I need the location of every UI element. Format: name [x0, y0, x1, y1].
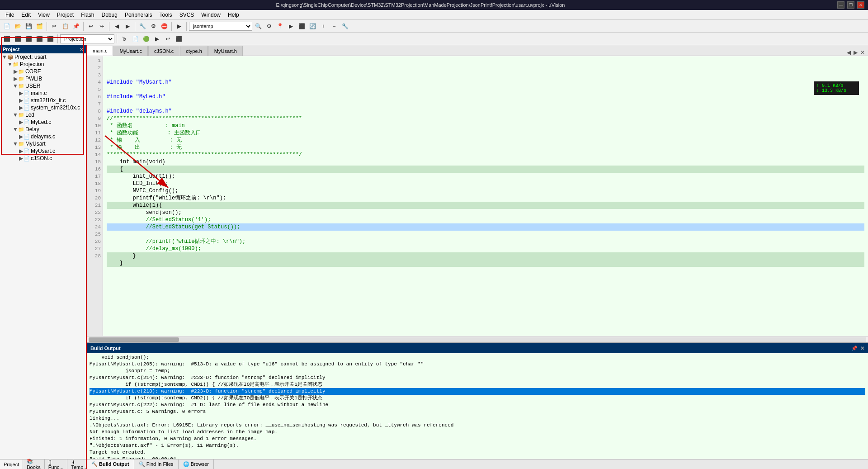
t2-btn6[interactable]: 🖱 [119, 34, 129, 44]
t2-btn5[interactable]: ⬛ [45, 34, 55, 44]
paste-button[interactable]: 📌 [71, 21, 81, 31]
t2-btn9[interactable]: ▶ [152, 34, 162, 44]
code-line-26[interactable]: } [107, 252, 864, 260]
sidebar-tab-func[interactable]: {} Func... [45, 460, 68, 469]
tab-scroll-left-button[interactable]: ◀ [845, 49, 852, 56]
menu-item-view[interactable]: View [34, 11, 53, 19]
menu-item-debug[interactable]: Debug [98, 11, 121, 19]
rebuild-button[interactable]: ⚙ [148, 21, 158, 31]
undo-button[interactable]: ↩ [86, 21, 96, 31]
code-line-2[interactable]: #include "MyUsart.h" [107, 79, 864, 86]
tree-myled[interactable]: ▶ 📄 MyLed.c [0, 118, 86, 126]
code-editor[interactable]: 1234567891011121314151617181920212223242… [87, 56, 868, 336]
build-output-content[interactable]: void sendjson();MyUsart\MyUsart.c(205): … [87, 353, 868, 459]
menu-item-peripherals[interactable]: Peripherals [121, 11, 156, 19]
file-tab-main-c[interactable]: main.c [87, 46, 113, 56]
menu-item-svcs[interactable]: SVCS [176, 11, 198, 19]
file-tab-ctype-h[interactable]: ctype.h [180, 46, 208, 56]
menu-item-window[interactable]: Window [198, 11, 224, 19]
t2-btn10[interactable]: ↩ [163, 34, 173, 44]
code-line-7[interactable]: //**************************************… [107, 115, 864, 122]
code-line-13[interactable]: int main(void) [107, 158, 864, 166]
editor-horizontal-scrollbar[interactable] [87, 336, 868, 342]
bottom-tab-browser[interactable]: 🌐 Browser [179, 460, 214, 469]
sidebar-close-icon[interactable]: ✕ [80, 47, 83, 52]
build-button[interactable]: 🔧 [137, 21, 147, 31]
code-line-14[interactable]: { [107, 166, 864, 173]
file-tab-myusart-h[interactable]: MyUsart.h [208, 46, 243, 56]
code-line-17[interactable]: NVIC_Config(); [107, 187, 864, 194]
t2-btn8[interactable]: 🟢 [141, 34, 151, 44]
code-line-18[interactable]: printf("while循环之前: \r\n"); [107, 194, 864, 202]
code-line-21[interactable]: //SetLedStatus('1'); [107, 216, 864, 223]
file-tab-myusart-c[interactable]: MyUsart.c [113, 46, 148, 56]
tree-core[interactable]: ▶ 📁 CORE [0, 68, 86, 75]
open-button[interactable]: 📂 [13, 21, 23, 31]
tree-user[interactable]: ▼ 📁 USER [0, 82, 86, 90]
code-line-4[interactable]: #include "MyLed.h" [107, 93, 864, 100]
sidebar-tab-books[interactable]: 📚 Books [23, 460, 45, 469]
bottom-tab-find[interactable]: 🔍 Find In Files [134, 460, 179, 469]
sidebar-tab-project[interactable]: Project [0, 460, 23, 469]
code-line-25[interactable]: //delay_ms(1000); [107, 245, 864, 252]
sidebar-tab-temp[interactable]: 🌡 Temp... [67, 460, 87, 469]
code-line-12[interactable]: ****************************************… [107, 151, 864, 158]
target-dropdown[interactable]: jsontemp [189, 22, 252, 31]
close-button[interactable]: ✕ [857, 1, 864, 9]
tree-myusart-c[interactable]: ▶ 📄 MyUsart.c [0, 147, 86, 155]
redo-button[interactable]: ↪ [97, 21, 107, 31]
tree-cjson-c[interactable]: ▶ 📄 cJSON.c [0, 155, 86, 162]
projection-dropdown[interactable]: Projection [60, 34, 114, 43]
hscroll-thumb[interactable] [89, 337, 179, 342]
t2-btn4[interactable]: ⬛ [34, 34, 44, 44]
build-panel-pin-icon[interactable]: 📌 [851, 346, 858, 351]
tree-pwlib[interactable]: ▶ 📁 PWLIB [0, 75, 86, 82]
code-line-23[interactable] [107, 231, 864, 238]
t2-btn2[interactable]: ⬛ [13, 34, 23, 44]
tree-stm32it[interactable]: ▶ 📄 stm32f10x_it.c [0, 97, 86, 104]
search-icon[interactable]: 🔍 [253, 21, 263, 31]
stop2-button[interactable]: ⬛ [297, 21, 307, 31]
menu-item-edit[interactable]: Edit [18, 11, 34, 19]
code-line-24[interactable]: //printf("while循环之中: \r\n"); [107, 238, 864, 245]
code-line-6[interactable]: #include "delayms.h" [107, 108, 864, 115]
tree-system[interactable]: ▶ 📄 system_stm32f10x.c [0, 104, 86, 111]
settings-icon[interactable]: 🔧 [340, 21, 350, 31]
code-line-20[interactable]: sendjson(); [107, 209, 864, 216]
tree-delay[interactable]: ▼ 📁 Delay [0, 126, 86, 133]
save-button[interactable]: 💾 [24, 21, 33, 31]
tab-close-button[interactable]: ✕ [859, 49, 866, 56]
tab-scroll-right-button[interactable]: ▶ [852, 49, 859, 56]
nav-fwd-button[interactable]: ▶ [123, 21, 132, 31]
code-line-19[interactable]: while(1){ [107, 202, 864, 209]
stop-button[interactable]: ⛔ [159, 21, 169, 31]
tree-myusart[interactable]: ▼ 📁 MyUsart [0, 140, 86, 147]
t2-btn11[interactable]: ⬛ [174, 34, 184, 44]
code-line-1[interactable] [107, 71, 864, 79]
code-line-3[interactable] [107, 86, 864, 93]
bottom-tab-build[interactable]: 🔨 Build Output [87, 460, 134, 469]
new-file-button[interactable]: 📄 [2, 21, 12, 31]
code-line-5[interactable] [107, 100, 864, 108]
code-line-8[interactable]: * 函数名 : main [107, 122, 864, 129]
menu-item-help[interactable]: Help [224, 11, 243, 19]
code-content[interactable]: #include "MyUsart.h"#include "MyLed.h"#i… [103, 56, 868, 336]
tree-main-c[interactable]: ▶ 📄 main.c [0, 90, 86, 97]
menu-item-project[interactable]: Project [53, 11, 77, 19]
tree-projection[interactable]: ▼ 📁 Projection [0, 61, 86, 68]
copy-button[interactable]: 📋 [60, 21, 70, 31]
t2-btn3[interactable]: ⬛ [24, 34, 33, 44]
t2-btn1[interactable]: ⬛ [2, 34, 12, 44]
t2-btn7[interactable]: 📄 [130, 34, 140, 44]
menu-item-flash[interactable]: Flash [77, 11, 98, 19]
run-debug-button[interactable]: ▶ [286, 21, 296, 31]
menu-item-tools[interactable]: Tools [156, 11, 176, 19]
code-line-28[interactable] [107, 267, 864, 274]
file-tab-cjson-c[interactable]: cJSON.c [148, 46, 179, 56]
reset-button[interactable]: 🔄 [307, 21, 317, 31]
cut-button[interactable]: ✂ [49, 21, 59, 31]
zoom-in-button[interactable]: + [318, 21, 328, 31]
maximize-button[interactable]: ❐ [847, 1, 854, 9]
target-options-button[interactable]: ⚙ [264, 21, 274, 31]
tree-project-root[interactable]: ▼ 📦 Project: usart [0, 53, 86, 61]
